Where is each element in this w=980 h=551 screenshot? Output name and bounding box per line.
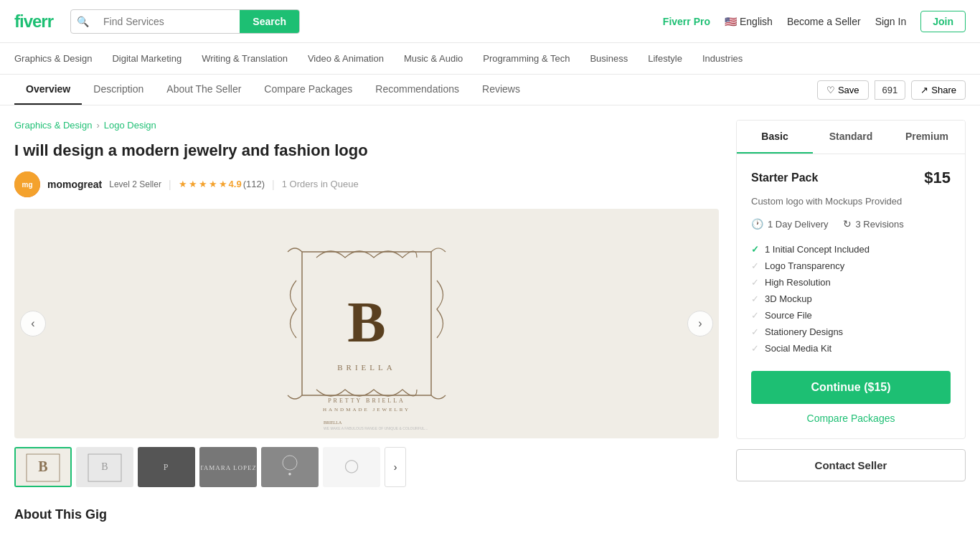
language-label: English (740, 16, 773, 27)
breadcrumb: Graphics & Design › Logo Design (14, 120, 719, 131)
main-content: Graphics & Design › Logo Design I will d… (0, 105, 980, 537)
feature-item-7: ✓ Social Media Kit (751, 340, 951, 357)
package-price: $15 (924, 169, 951, 187)
carousel-next-button[interactable]: › (687, 311, 713, 336)
revisions-info: ↻ 3 Revisions (843, 218, 904, 230)
refresh-icon: ↻ (843, 218, 852, 230)
header-right: Fiverr Pro 🇺🇸 English Become a Seller Si… (663, 11, 966, 32)
thumbnail-4[interactable]: TAMARA LOPEZ (199, 447, 257, 487)
tab-reviews[interactable]: Reviews (471, 75, 532, 105)
tab-description[interactable]: Description (82, 75, 155, 105)
star-1: ★ (179, 179, 187, 189)
feature-item-3: ✓ High Resolution (751, 274, 951, 291)
about-gig-title: About This Gig (14, 507, 719, 522)
tab-about-seller[interactable]: About The Seller (155, 75, 253, 105)
feature-item-2: ✓ Logo Transparency (751, 258, 951, 274)
feature-item-4: ✓ 3D Mockup (751, 291, 951, 307)
svg-text:BRIELLA: BRIELLA (324, 420, 342, 425)
svg-text:B: B (347, 291, 385, 354)
compare-packages-link[interactable]: Compare Packages (751, 413, 951, 424)
tab-actions: ♡ Save 691 ↗ Share (817, 80, 966, 100)
feature-label-5: Source File (765, 310, 812, 321)
share-button[interactable]: ↗ Share (911, 80, 966, 100)
main-carousel-image: B BRIELLA PRETTY BRIELLA HANDMADE JEWELR… (14, 209, 719, 438)
feature-item-1: ✓ 1 Initial Concept Included (751, 241, 951, 258)
star-3: ★ (199, 179, 207, 189)
feature-item-6: ✓ Stationery Designs (751, 324, 951, 340)
carousel-prev-button[interactable]: ‹ (20, 311, 46, 336)
feature-label-3: High Resolution (765, 277, 831, 288)
feature-label-1: 1 Initial Concept Included (765, 244, 870, 255)
contact-seller-button[interactable]: Contact Seller (736, 449, 966, 481)
heart-icon: ♡ (826, 85, 835, 95)
save-button[interactable]: ♡ Save (817, 80, 869, 100)
nav-item-music[interactable]: Music & Audio (404, 50, 463, 67)
nav-item-business[interactable]: Business (590, 50, 628, 67)
search-bar: 🔍 Search (70, 9, 300, 34)
svg-text:●: ● (288, 471, 292, 477)
package-panel: Basic Standard Premium Starter Pack $15 … (736, 120, 966, 439)
right-column: Basic Standard Premium Starter Pack $15 … (736, 120, 966, 522)
image-carousel: B BRIELLA PRETTY BRIELLA HANDMADE JEWELR… (14, 209, 719, 438)
feature-label-6: Stationery Designs (765, 326, 843, 337)
thumbnail-6[interactable]: ◯ (323, 447, 380, 487)
sign-in-link[interactable]: Sign In (875, 16, 907, 27)
tab-compare-packages[interactable]: Compare Packages (253, 75, 364, 105)
fiverr-logo: fiverr (14, 11, 53, 32)
nav-item-writing[interactable]: Writing & Translation (202, 50, 288, 67)
svg-text:◯: ◯ (344, 458, 359, 474)
become-seller-link[interactable]: Become a Seller (787, 16, 861, 27)
search-input[interactable] (95, 10, 240, 33)
breadcrumb-separator: › (96, 120, 99, 131)
language-selector[interactable]: 🇺🇸 English (725, 16, 773, 27)
svg-text:TAMARA LOPEZ: TAMARA LOPEZ (201, 464, 255, 471)
tab-overview[interactable]: Overview (14, 75, 82, 105)
nav-item-graphics[interactable]: Graphics & Design (14, 50, 92, 67)
star-5: ★ (219, 179, 227, 189)
thumbnail-5[interactable]: ● (261, 447, 319, 487)
svg-text:PRETTY BRIELLA: PRETTY BRIELLA (328, 397, 405, 404)
package-body: Starter Pack $15 Custom logo with Mockup… (737, 154, 965, 438)
clock-icon: 🕐 (751, 218, 763, 230)
nav-item-video[interactable]: Video & Animation (308, 50, 384, 67)
thumbnail-3[interactable]: P (138, 447, 195, 487)
join-button[interactable]: Join (920, 11, 966, 32)
svg-text:B: B (101, 461, 108, 472)
nav-item-digital[interactable]: Digital Marketing (112, 50, 182, 67)
thumbnails-next-button[interactable]: › (385, 447, 406, 487)
header: fiverr 🔍 Search Fiverr Pro 🇺🇸 English Be… (0, 0, 980, 43)
feature-check-6: ✓ (751, 326, 759, 337)
share-label: Share (931, 85, 956, 95)
feature-check-2: ✓ (751, 260, 759, 271)
svg-text:B: B (38, 458, 47, 474)
save-label: Save (838, 85, 859, 95)
save-count: 691 (875, 80, 906, 100)
pkg-tab-standard[interactable]: Standard (813, 121, 889, 154)
thumbnail-2[interactable]: B (76, 447, 133, 487)
nav-item-industries[interactable]: Industries (702, 50, 743, 67)
tab-recommendations[interactable]: Recommendations (364, 75, 471, 105)
fiverr-pro-link[interactable]: Fiverr Pro (663, 16, 710, 27)
svg-text:WE MAKE A FABULOUS RANGE OF UN: WE MAKE A FABULOUS RANGE OF UNIQUE & COL… (324, 426, 428, 430)
nav-item-lifestyle[interactable]: Lifestyle (648, 50, 682, 67)
continue-button[interactable]: Continue ($15) (751, 371, 951, 404)
rating-value: 4.9 (229, 179, 242, 189)
pkg-tab-premium[interactable]: Premium (889, 121, 965, 154)
svg-rect-20 (263, 448, 317, 486)
seller-row: mg momogreat Level 2 Seller | ★ ★ ★ ★ ★ … (14, 171, 719, 197)
feature-check-7: ✓ (751, 343, 759, 354)
thumbnail-1[interactable]: B (14, 447, 72, 487)
search-button[interactable]: Search (240, 10, 299, 33)
breadcrumb-parent[interactable]: Graphics & Design (14, 120, 92, 131)
review-count: (112) (243, 179, 265, 189)
svg-text:HANDMADE JEWELRY: HANDMADE JEWELRY (323, 407, 410, 413)
seller-name[interactable]: momogreat (47, 179, 102, 190)
breadcrumb-child[interactable]: Logo Design (104, 120, 156, 131)
contact-seller-section: Contact Seller (736, 449, 966, 481)
seller-level: Level 2 Seller (109, 179, 161, 189)
search-icon: 🔍 (71, 16, 95, 27)
pkg-tab-basic[interactable]: Basic (737, 121, 813, 154)
flag-icon: 🇺🇸 (725, 16, 737, 27)
nav-item-programming[interactable]: Programming & Tech (483, 50, 570, 67)
delivery-label: 1 Day Delivery (768, 219, 829, 230)
